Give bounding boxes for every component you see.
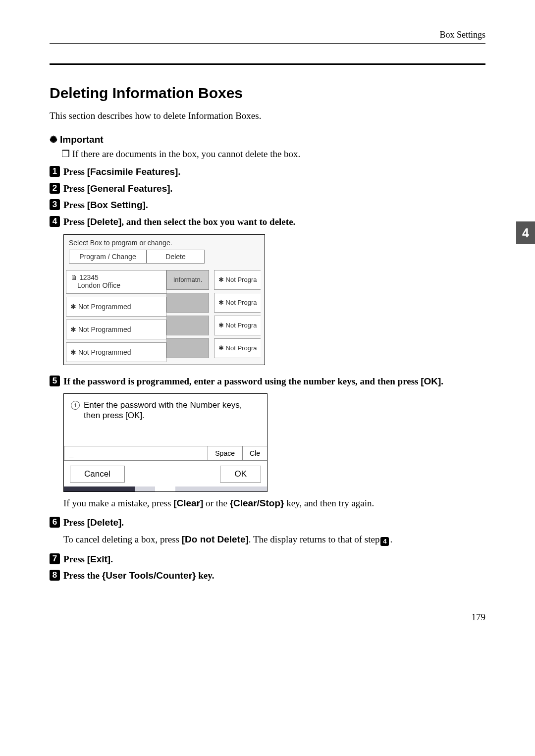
step-1-text-c: .: [178, 166, 180, 177]
step-7-num: 7: [50, 553, 60, 564]
important-icon: ✺: [50, 134, 57, 145]
type-empty-1: [166, 293, 209, 313]
step-3-text-c: .: [146, 200, 148, 210]
type-empty-3: [166, 338, 209, 358]
ui1-grid: 🗎 12345 London Office ✱ Not Programmed ✱…: [64, 268, 265, 365]
post5-e: key, and then try again.: [284, 498, 374, 508]
box-r-not-progra-4[interactable]: ✱ Not Progra: [214, 338, 261, 358]
step-7-btn: [Exit]: [87, 554, 111, 564]
step-5-btn: [OK]: [421, 376, 441, 386]
box-r-not-progra-2[interactable]: ✱ Not Progra: [214, 293, 261, 313]
page-number: 179: [50, 612, 485, 623]
step-5: 5 If the password is programmed, enter a…: [50, 375, 485, 388]
step-ref-4: 4: [380, 537, 389, 546]
password-input[interactable]: _: [64, 446, 208, 461]
step-2-btn: [General Features]: [87, 183, 170, 194]
box-item-london-office[interactable]: 🗎 12345 London Office: [66, 270, 166, 294]
step-8-text-c: key.: [196, 570, 214, 581]
ui1-tabs: Program / Change Delete: [64, 250, 265, 268]
step-6: 6 Press [Delete].: [50, 516, 485, 529]
type-empty-2: [166, 316, 209, 335]
title-rule: [50, 63, 485, 65]
step-8-num: 8: [50, 570, 60, 581]
post5-a: If you make a mistake, press: [63, 498, 173, 508]
doc-icon: 🗎 12345: [70, 274, 99, 281]
step-5-text-a: If the password is programmed, enter a p…: [63, 376, 421, 386]
space-button[interactable]: Space: [208, 446, 242, 461]
info-icon: i: [71, 401, 80, 410]
step-3-num: 3: [50, 199, 60, 210]
ui2-prompt: Enter the password with the Number keys,…: [84, 400, 260, 421]
step-3-btn: [Box Setting]: [87, 200, 146, 210]
important-heading: ✺ Important: [50, 134, 485, 145]
clearstop-ref: {Clear/Stop}: [230, 498, 284, 508]
step-5-text-c: .: [441, 376, 443, 386]
step-4-text-a: Press: [63, 216, 87, 227]
ui2-prompt-row: i Enter the password with the Number key…: [64, 394, 267, 446]
step-1: 1 Press [Facsimile Features].: [50, 165, 485, 178]
step-7-text-c: .: [110, 554, 113, 564]
box-r-not-progra-3[interactable]: ✱ Not Progra: [214, 316, 261, 335]
step-6-text-a: Press: [63, 517, 87, 528]
step-6-btn: [Delete]: [87, 517, 122, 528]
do-not-delete-ref: [Do not Delete]: [182, 534, 249, 544]
post-step6-note: To cancel deleting a box, press [Do not …: [63, 533, 485, 546]
clear-ref: [Clear]: [173, 498, 203, 508]
step-3: 3 Press [Box Setting].: [50, 199, 485, 212]
step-2-text-c: .: [170, 183, 173, 194]
tab-program-change[interactable]: Program / Change: [69, 250, 147, 264]
step-3-text-a: Press: [63, 200, 87, 210]
clear-button-partial[interactable]: Cle: [242, 446, 267, 461]
step-4-num: 4: [50, 216, 60, 227]
tab-delete[interactable]: Delete: [147, 250, 205, 264]
box-name-text: London Office: [70, 282, 120, 289]
box-not-programmed-1[interactable]: ✱ Not Programmed: [66, 297, 166, 317]
step-1-text-a: Press: [63, 166, 87, 177]
step-4-text-c: , and then select the box you want to de…: [121, 216, 295, 227]
box-code: 12345: [79, 273, 99, 281]
chapter-tab-badge: 4: [516, 221, 535, 244]
ui2-input-row: _ Space Cle: [64, 446, 267, 461]
important-label: Important: [60, 134, 104, 145]
ok-button[interactable]: OK: [220, 466, 261, 483]
type-informatn: Informatn.: [166, 270, 209, 290]
step-7-text-a: Press: [63, 554, 87, 564]
post6-d: .: [390, 534, 392, 544]
step-1-num: 1: [50, 166, 60, 177]
section-intro: This section describes how to delete Inf…: [50, 110, 485, 121]
step-8-text-a: Press the: [63, 570, 102, 581]
box-not-programmed-3[interactable]: ✱ Not Programmed: [66, 342, 166, 362]
step-4: 4 Press [Delete], and then select the bo…: [50, 216, 485, 228]
post6-a: To cancel deleting a box, press: [63, 534, 182, 544]
step-1-btn: [Facsimile Features]: [87, 166, 178, 177]
step-2-num: 2: [50, 183, 60, 194]
ui1-prompt: Select Box to program or change.: [64, 235, 265, 250]
box-not-programmed-2[interactable]: ✱ Not Programmed: [66, 320, 166, 339]
box-r-not-progra-1[interactable]: ✱ Not Progra: [214, 270, 261, 290]
step-5-num: 5: [50, 376, 60, 386]
step-7: 7 Press [Exit].: [50, 553, 485, 566]
step-2-text-a: Press: [63, 183, 87, 194]
header-breadcrumb: Box Settings: [50, 30, 485, 40]
step-6-num: 6: [50, 517, 60, 528]
header-rule: [50, 43, 485, 44]
ui-box-password: i Enter the password with the Number key…: [63, 393, 268, 492]
step-8-btn: {User Tools/Counter}: [102, 570, 196, 581]
step-6-text-c: .: [121, 517, 124, 528]
step-4-btn: [Delete]: [87, 216, 122, 227]
post5-c: or the: [203, 498, 229, 508]
ui2-decorative-strip: [64, 486, 267, 491]
checkbox-icon: ❐: [61, 149, 72, 159]
post-step5-note: If you make a mistake, press [Clear] or …: [63, 497, 485, 510]
section-title: Deleting Information Boxes: [50, 85, 485, 102]
step-8: 8 Press the {User Tools/Counter} key.: [50, 569, 485, 582]
important-note-row: ❐ If there are documents in the box, you…: [61, 148, 485, 160]
cancel-button[interactable]: Cancel: [70, 466, 125, 483]
post6-c: . The display returns to that of step: [249, 534, 380, 544]
ui2-actions: Cancel OK: [64, 461, 267, 486]
step-2: 2 Press [General Features].: [50, 182, 485, 195]
ui-box-select-box: Select Box to program or change. Program…: [63, 234, 265, 365]
important-note-text: If there are documents in the box, you c…: [72, 149, 301, 159]
